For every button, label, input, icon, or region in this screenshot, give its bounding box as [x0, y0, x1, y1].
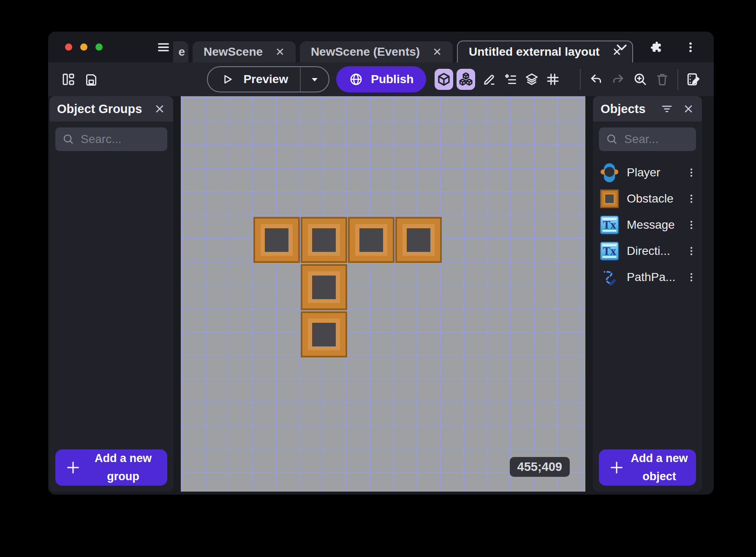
- publish-button[interactable]: Publish: [336, 66, 426, 92]
- filter-objects-button[interactable]: [661, 103, 673, 115]
- maximize-window-button[interactable]: [95, 43, 103, 51]
- tab-untitled-external-layout[interactable]: Untitled external layout ✕: [457, 41, 633, 62]
- extensions-button[interactable]: [650, 40, 664, 54]
- path-paint-icon: [600, 268, 619, 287]
- add-group-button[interactable]: Add a new group: [55, 449, 167, 486]
- close-tab-icon[interactable]: ✕: [432, 46, 442, 59]
- tab-newscene-events[interactable]: NewScene (Events) ✕: [300, 41, 453, 62]
- close-tab-icon[interactable]: ✕: [275, 46, 285, 59]
- main-menu-button[interactable]: [156, 32, 171, 62]
- cubes-icon: [458, 71, 474, 87]
- tab-label: NewScene (Events): [311, 45, 420, 59]
- obstacle-instance-tile[interactable]: [301, 264, 347, 310]
- object-label: Message: [627, 218, 678, 232]
- objects-search[interactable]: [599, 127, 696, 151]
- object-label: Directi...: [627, 244, 678, 258]
- app-window: e NewScene ✕ NewScene (Events) ✕ Untitle…: [48, 32, 714, 495]
- object-row-directions[interactable]: Tx Directi...: [593, 238, 702, 264]
- add-object-button[interactable]: Add a new object: [599, 449, 696, 486]
- close-panel-button[interactable]: [683, 103, 694, 115]
- panels-layout-icon: [61, 72, 76, 87]
- play-icon: [220, 73, 234, 86]
- edit-events-icon: [686, 72, 701, 87]
- preview-label: Preview: [243, 73, 288, 86]
- object-menu-button[interactable]: [686, 167, 697, 178]
- undo-button[interactable]: [587, 70, 604, 89]
- search-input[interactable]: [81, 132, 160, 146]
- object-groups-search[interactable]: [55, 127, 167, 151]
- instances-list-icon: [503, 72, 518, 87]
- add-object-label: Add a new object: [629, 449, 689, 486]
- redo-button[interactable]: [609, 70, 626, 89]
- edit-objects-mode-button[interactable]: [435, 69, 453, 90]
- object-row-pathpaint[interactable]: PathPa...: [593, 264, 702, 290]
- edit-instances-mode-button[interactable]: [457, 69, 475, 90]
- preview-options-button[interactable]: [301, 73, 329, 86]
- close-icon: [683, 103, 694, 115]
- tab-clipped[interactable]: e: [173, 41, 188, 62]
- instances-list-button[interactable]: [502, 70, 519, 89]
- obstacle-instance-tile[interactable]: [253, 217, 300, 263]
- close-window-button[interactable]: [65, 43, 72, 51]
- app-menu-button[interactable]: [684, 41, 697, 54]
- save-button[interactable]: [83, 70, 100, 89]
- obstacle-sprite-icon: [600, 189, 619, 208]
- tabs-overflow-button[interactable]: [614, 40, 629, 55]
- obstacle-instance-tile[interactable]: [301, 311, 347, 357]
- puzzle-icon: [650, 40, 664, 54]
- cube-icon: [436, 72, 451, 87]
- panel-title: Object Groups: [57, 102, 144, 116]
- search-input[interactable]: [624, 132, 689, 146]
- object-menu-button[interactable]: [686, 219, 697, 230]
- object-row-player[interactable]: Player: [593, 160, 702, 186]
- object-label: PathPa...: [627, 270, 678, 284]
- edit-scene-events-button[interactable]: [685, 70, 702, 89]
- obstacle-instance-tile[interactable]: [348, 217, 394, 263]
- kebab-menu-icon: [686, 193, 697, 204]
- trash-icon: [655, 72, 669, 87]
- tab-label: e: [178, 45, 185, 59]
- delete-button[interactable]: [654, 70, 671, 89]
- objects-header: Objects: [593, 96, 702, 122]
- object-row-message[interactable]: Tx Message: [593, 212, 702, 238]
- obstacle-instance-tile[interactable]: [301, 217, 347, 263]
- zoom-in-icon: [633, 72, 648, 87]
- toggle-grid-button[interactable]: [544, 70, 561, 89]
- search-icon: [62, 133, 75, 146]
- open-panels-button[interactable]: [60, 70, 77, 89]
- titlebar: e NewScene ✕ NewScene (Events) ✕ Untitle…: [48, 32, 714, 62]
- preview-split-button: Preview: [207, 66, 329, 92]
- titlebar-actions: [614, 32, 697, 62]
- kebab-menu-icon: [686, 167, 697, 178]
- kebab-menu-icon: [686, 246, 697, 257]
- redo-icon: [611, 72, 625, 87]
- window-controls: [65, 32, 103, 62]
- layers-icon: [525, 72, 539, 87]
- obstacle-instance-tile[interactable]: [395, 217, 442, 263]
- publish-label: Publish: [371, 73, 413, 86]
- object-menu-button[interactable]: [686, 272, 697, 283]
- objects-panel: Objects Player: [593, 96, 702, 492]
- globe-icon: [349, 72, 363, 87]
- pencil-icon: [482, 72, 497, 87]
- player-sprite-icon: [601, 163, 618, 183]
- search-icon: [606, 133, 618, 146]
- close-panel-button[interactable]: [154, 103, 166, 115]
- object-groups-panel: Object Groups Add a new group: [49, 96, 173, 492]
- minimize-window-button[interactable]: [80, 43, 87, 51]
- toolbar: Preview Publish: [48, 62, 714, 96]
- content-area: Object Groups Add a new group 455;409: [48, 96, 714, 495]
- object-groups-list: [49, 157, 173, 444]
- object-menu-button[interactable]: [686, 193, 697, 204]
- preview-button[interactable]: Preview: [208, 73, 300, 86]
- scene-canvas[interactable]: 455;409: [181, 96, 585, 492]
- kebab-menu-icon: [684, 41, 697, 54]
- layers-button[interactable]: [523, 70, 540, 89]
- tab-newscene[interactable]: NewScene ✕: [193, 41, 296, 62]
- object-menu-button[interactable]: [686, 246, 697, 257]
- object-label: Player: [627, 166, 678, 179]
- zoom-button[interactable]: [632, 70, 649, 89]
- edit-object-button[interactable]: [481, 70, 498, 89]
- text-object-icon: Tx: [600, 242, 619, 260]
- object-row-obstacle[interactable]: Obstacle: [593, 186, 702, 212]
